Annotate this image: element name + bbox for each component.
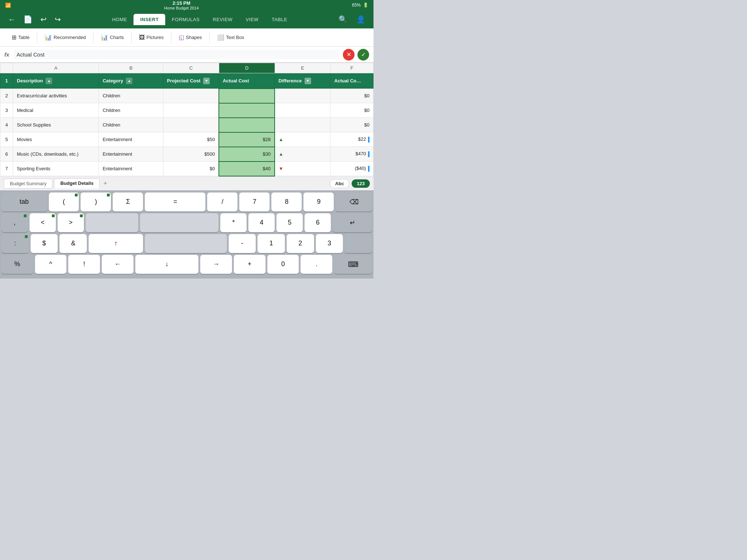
cell-f4[interactable]: $0	[330, 118, 374, 132]
toolbar-textbox-button[interactable]: ⬜ Text Box	[213, 32, 249, 43]
key-8[interactable]: 8	[271, 192, 302, 211]
key-dollar[interactable]: $	[31, 234, 58, 253]
key-1[interactable]: 1	[258, 234, 285, 253]
cell-b6[interactable]: Entertainment	[99, 147, 163, 162]
key-percent[interactable]: %	[1, 255, 33, 274]
cell-b7[interactable]: Entertainment	[99, 162, 163, 176]
sort-projected-btn[interactable]: ▼	[203, 78, 210, 84]
col-header-f[interactable]: F	[330, 63, 374, 73]
cell-a3[interactable]: Medical	[13, 103, 99, 118]
sheet-tab-budget-summary[interactable]: Budget Summary	[4, 179, 53, 188]
key-7[interactable]: 7	[239, 192, 270, 211]
cell-c6[interactable]: $500	[163, 147, 219, 162]
toolbar-recommended-button[interactable]: 📊 Recommended	[40, 32, 90, 43]
add-sheet-button[interactable]: +	[101, 180, 109, 187]
key-minus[interactable]: -	[229, 234, 256, 253]
account-button[interactable]: 👤	[354, 13, 368, 25]
col-header-c[interactable]: C	[163, 63, 219, 73]
toolbar-pictures-button[interactable]: 🖼 Pictures	[135, 32, 168, 43]
tab-view[interactable]: VIEW	[239, 14, 265, 25]
cell-c3[interactable]	[163, 103, 219, 118]
cell-e4[interactable]	[275, 118, 330, 132]
header-category[interactable]: Category ▲	[99, 73, 163, 89]
key-down-arrow[interactable]: ↓	[135, 255, 198, 274]
sort-difference-btn[interactable]: ▼	[305, 78, 311, 84]
key-greater-than[interactable]: >	[58, 213, 84, 232]
header-description[interactable]: Description ▲	[13, 73, 99, 89]
col-header-d[interactable]: D	[219, 63, 275, 73]
cell-a4[interactable]: School Supplies	[13, 118, 99, 132]
cell-f6[interactable]: $470	[330, 147, 374, 162]
cell-e3[interactable]	[275, 103, 330, 118]
key-backspace[interactable]: ⌫	[336, 192, 372, 211]
cell-e5[interactable]: ▲	[275, 132, 330, 147]
formula-input[interactable]	[13, 50, 340, 59]
key-ampersand[interactable]: &	[59, 234, 87, 253]
header-actual-co[interactable]: Actual Co…	[330, 73, 374, 89]
sheet-tab-budget-details[interactable]: Budget Details	[54, 178, 100, 188]
cell-f2[interactable]: $0	[330, 89, 374, 103]
key-colon[interactable]: :	[1, 234, 29, 253]
cell-d7[interactable]: $40	[219, 162, 275, 176]
file-icon[interactable]: 📄	[21, 13, 35, 25]
key-up-arrow[interactable]: ↑	[89, 234, 143, 253]
col-header-e[interactable]: E	[275, 63, 330, 73]
header-difference[interactable]: Difference ▼	[275, 73, 330, 89]
key-5[interactable]: 5	[276, 213, 303, 232]
cell-b4[interactable]: Children	[99, 118, 163, 132]
abc-button[interactable]: Abc	[330, 179, 350, 188]
key-right-arrow[interactable]: →	[200, 255, 232, 274]
key-tab[interactable]: tab	[1, 192, 47, 211]
key-exclamation[interactable]: !	[68, 255, 100, 274]
key-equals[interactable]: =	[145, 192, 205, 211]
key-9[interactable]: 9	[303, 192, 334, 211]
cell-b2[interactable]: Children	[99, 89, 163, 103]
key-open-paren[interactable]: (	[49, 192, 79, 211]
num-button[interactable]: 123	[352, 179, 370, 188]
cell-e7[interactable]: ▼	[275, 162, 330, 176]
key-less-than[interactable]: <	[30, 213, 56, 232]
back-button[interactable]: ←	[6, 14, 18, 25]
cell-f3[interactable]: $0	[330, 103, 374, 118]
cell-c5[interactable]: $50	[163, 132, 219, 147]
key-0[interactable]: 0	[267, 255, 299, 274]
key-6[interactable]: 6	[305, 213, 331, 232]
header-actual-cost[interactable]: Actual Cost	[219, 73, 275, 89]
cell-c7[interactable]: $0	[163, 162, 219, 176]
formula-confirm-button[interactable]: ✓	[357, 49, 369, 61]
key-plus[interactable]: +	[234, 255, 266, 274]
col-header-b[interactable]: B	[99, 63, 163, 73]
undo-button[interactable]: ↩	[38, 13, 49, 25]
tab-table[interactable]: TABLE	[265, 14, 294, 25]
key-3[interactable]: 3	[316, 234, 343, 253]
key-close-paren[interactable]: )	[81, 192, 111, 211]
cell-a6[interactable]: Music (CDs, downloads, etc.)	[13, 147, 99, 162]
cell-d4[interactable]	[219, 118, 275, 132]
key-2[interactable]: 2	[287, 234, 314, 253]
cell-e2[interactable]	[275, 89, 330, 103]
key-sigma[interactable]: Σ	[113, 192, 143, 211]
header-projected-cost[interactable]: Projected Cost ▼	[163, 73, 219, 89]
tab-insert[interactable]: INSERT	[133, 14, 165, 25]
cell-e6[interactable]: ▲	[275, 147, 330, 162]
redo-button[interactable]: ↪	[53, 13, 63, 25]
key-comma[interactable]: ,	[1, 213, 28, 232]
tab-home[interactable]: HOME	[105, 14, 133, 25]
key-space-row3[interactable]	[145, 234, 227, 253]
cell-c2[interactable]	[163, 89, 219, 103]
sort-category-btn[interactable]: ▲	[126, 78, 132, 84]
key-left-arrow[interactable]: ←	[102, 255, 133, 274]
tab-formulas[interactable]: FORMULAS	[165, 14, 206, 25]
cell-d2[interactable]	[219, 89, 275, 103]
cell-f5[interactable]: $22	[330, 132, 374, 147]
cell-b3[interactable]: Children	[99, 103, 163, 118]
cell-d3[interactable]	[219, 103, 275, 118]
formula-cancel-button[interactable]: ✕	[343, 49, 355, 61]
cell-b5[interactable]: Entertainment	[99, 132, 163, 147]
key-return[interactable]: ↵	[333, 213, 372, 232]
cell-f7[interactable]: ($40)	[330, 162, 374, 176]
cell-d6[interactable]: $30	[219, 147, 275, 162]
cell-d5[interactable]: $28	[219, 132, 275, 147]
cell-c4[interactable]	[163, 118, 219, 132]
sort-description-btn[interactable]: ▲	[46, 78, 52, 84]
